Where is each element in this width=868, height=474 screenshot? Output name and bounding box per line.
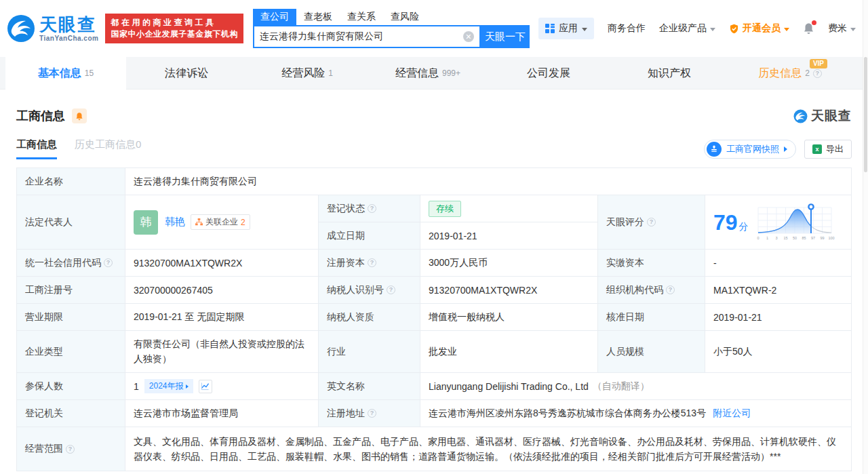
help-icon[interactable]: ? <box>368 258 376 267</box>
field-legal-rep-value: 韩 韩艳 关联企业 2 <box>125 195 319 250</box>
logo-text: 天眼查 <box>39 16 98 33</box>
help-icon[interactable]: ? <box>104 258 113 267</box>
search-button[interactable]: 天眼一下 <box>481 25 530 48</box>
field-business-term-value: 2019-01-21 至 无固定期限 <box>125 304 319 331</box>
subscribe-bell-button[interactable] <box>72 108 87 123</box>
search-tab-risk[interactable]: 查风险 <box>383 9 427 25</box>
bell-icon <box>75 112 83 121</box>
notification-dot <box>812 20 816 25</box>
tab-basic-info[interactable]: 基本信息 15 <box>5 57 126 90</box>
field-paid-capital-value: - <box>705 250 851 277</box>
tab-operational-risk[interactable]: 经营风险 1 <box>247 57 368 90</box>
scrollbar[interactable] <box>863 0 868 474</box>
search-box: ✕ <box>253 25 481 48</box>
menu-enterprise[interactable]: 企业级产品 <box>659 22 715 35</box>
tab-legal-litigation[interactable]: 法律诉讼 <box>126 57 247 90</box>
search-tab-company[interactable]: 查公司 <box>253 9 296 25</box>
scrollbar-thumb[interactable] <box>864 57 867 172</box>
tab-count: 2 <box>805 68 810 78</box>
help-icon[interactable]: ? <box>368 409 376 418</box>
help-icon[interactable]: ? <box>647 218 656 226</box>
legal-rep-avatar[interactable]: 韩 <box>134 210 158 235</box>
search-input[interactable] <box>260 31 463 42</box>
field-company-name-label: 企业名称 <box>17 168 125 195</box>
search-tab-relation[interactable]: 查关系 <box>340 9 383 25</box>
notification-bell[interactable] <box>803 22 814 35</box>
search-row: ✕ 天眼一下 <box>253 25 530 48</box>
top-menu: 应用 商务合作 企业级产品 开通会员 <box>538 18 856 39</box>
tianyancha-logo[interactable]: 天眼查 TianYanCha.com <box>7 14 98 43</box>
chevron-right-icon <box>784 146 787 152</box>
tab-label: 经营风险 <box>281 66 325 81</box>
company-nav-tabs: 基本信息 15 法律诉讼 经营风险 1 经营信息 999+ 公司发展 知识产权 … <box>0 57 868 90</box>
svg-text:1: 1 <box>766 236 768 240</box>
clear-icon[interactable]: ✕ <box>463 31 474 42</box>
help-icon[interactable]: ? <box>387 285 395 294</box>
svg-text:85: 85 <box>802 236 806 240</box>
field-reg-status-label: 登记状态? <box>319 195 420 222</box>
logo-domain: TianYanCha.com <box>39 35 98 42</box>
related-companies-badge[interactable]: 关联企业 2 <box>191 214 250 230</box>
help-icon[interactable]: ? <box>666 285 675 294</box>
tianyancha-logo-icon <box>7 14 35 43</box>
menu-cooperation[interactable]: 商务合作 <box>608 22 646 35</box>
subtab-history-business-info[interactable]: 历史工商信息0 <box>75 138 141 159</box>
score-number: 79分 <box>713 212 749 233</box>
field-industry-label: 行业 <box>319 331 420 373</box>
field-industry-value: 批发业 <box>420 331 598 373</box>
menu-open-vip[interactable]: 开通会员 <box>729 22 789 35</box>
field-credit-code-value: 91320700MA1XTQWR2X <box>125 250 319 277</box>
status-badge: 存续 <box>429 201 461 217</box>
tab-label: 知识产权 <box>648 66 691 81</box>
official-snapshot-button[interactable]: 工商官网快照 <box>704 140 796 159</box>
apps-menu[interactable]: 应用 <box>538 18 594 39</box>
tab-label: 经营信息 <box>395 66 439 81</box>
legal-rep-name-link[interactable]: 韩艳 <box>165 216 185 229</box>
username: 费米 <box>828 22 847 35</box>
field-reg-address-value: 连云港市海州区凌州东路8号秀逸苏杭城市综合体商务办公楼513号 附近公司 <box>420 400 851 427</box>
section-title: 工商信息 <box>16 108 65 124</box>
export-button[interactable]: x 导出 <box>804 140 852 159</box>
nearby-companies-link[interactable]: 附近公司 <box>713 408 751 420</box>
field-staff-size-label: 人员规模 <box>598 331 705 373</box>
field-company-name-value: 连云港得力集什商贸有限公司 <box>125 168 851 195</box>
menu-user[interactable]: 费米 <box>828 22 856 35</box>
tab-company-development[interactable]: 公司发展 <box>488 57 609 90</box>
related-label: 关联企业 <box>205 216 238 228</box>
tab-intellectual-property[interactable]: 知识产权 <box>609 57 730 90</box>
field-paid-capital-label: 实缴资本 <box>598 250 705 277</box>
help-icon[interactable]: ? <box>813 69 822 78</box>
svg-text:99: 99 <box>820 236 824 240</box>
field-score-value: 79分 <box>705 195 851 250</box>
search-tab-boss[interactable]: 查老板 <box>296 9 340 25</box>
field-reg-number-value: 320700000267405 <box>125 277 319 304</box>
field-org-code-value: MA1XTQWR-2 <box>705 277 851 304</box>
field-reg-authority-label: 登记机关 <box>17 400 125 427</box>
help-icon[interactable]: ? <box>66 445 75 454</box>
field-establish-date-value: 2019-01-21 <box>420 222 598 250</box>
line-chart-icon <box>201 382 210 391</box>
trend-chart-button[interactable] <box>199 380 212 393</box>
tab-count: 1 <box>328 68 333 78</box>
help-icon[interactable]: ? <box>368 204 376 213</box>
apps-grid-icon <box>545 24 555 33</box>
field-company-type-label: 企业类型 <box>17 331 125 373</box>
field-approval-date-label: 核准日期 <box>598 304 705 331</box>
tab-business-info[interactable]: 经营信息 999+ <box>368 57 488 90</box>
promo-line2: 国家中小企业发展子基金旗下机构 <box>111 28 238 40</box>
field-staff-size-value: 小于50人 <box>705 331 851 373</box>
subtab-business-info[interactable]: 工商信息 <box>16 138 57 159</box>
tab-label: 历史信息 <box>758 66 802 81</box>
field-business-scope-value: 文具、文化用品、体育用品及器材、金属制品、五金产品、电子产品、家用电器、通讯器材… <box>125 427 851 471</box>
promo-line1: 都在用的商业查询工具 <box>111 17 238 28</box>
field-reg-authority-value: 连云港市市场监督管理局 <box>125 400 319 427</box>
related-count: 2 <box>241 218 245 227</box>
field-credit-code-label: 统一社会信用代码? <box>17 250 125 277</box>
annual-report-badge[interactable]: 2024年报 <box>144 379 193 393</box>
tab-count: 15 <box>85 68 94 78</box>
field-business-scope-label: 经营范围? <box>17 427 125 471</box>
field-reg-number-label: 工商注册号 <box>17 277 125 304</box>
apps-label: 应用 <box>559 22 578 35</box>
field-business-term-label: 营业期限 <box>17 304 125 331</box>
tab-history-info[interactable]: VIP 历史信息 2 ? <box>730 57 850 90</box>
